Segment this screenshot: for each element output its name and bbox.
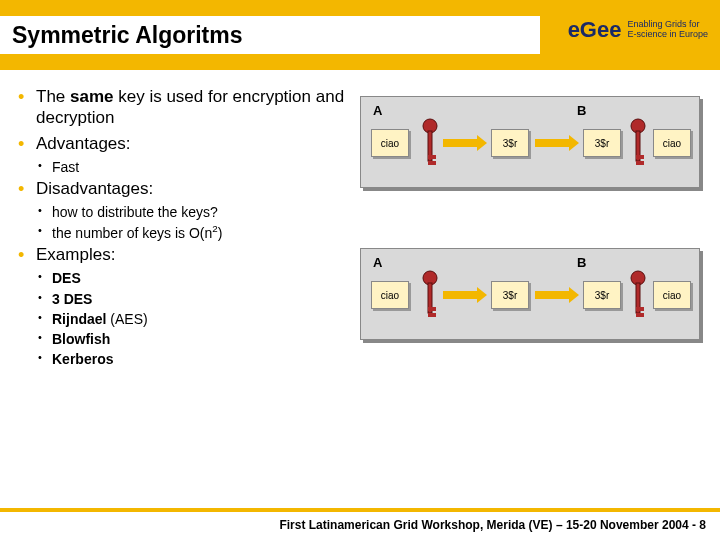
bullet-rijndael: Rijndael (AES) — [18, 310, 348, 328]
text-bold: 3 DES — [52, 291, 92, 307]
bullet-num-keys: the number of keys is O(n2) — [18, 223, 348, 242]
arrow-icon — [535, 291, 571, 299]
svg-rect-7 — [636, 161, 644, 165]
key-icon — [421, 117, 439, 169]
bullet-disadvantages: Disadvantages: — [18, 178, 348, 199]
label-a: A — [373, 103, 382, 118]
title-strip: Symmetric Algoritms — [0, 16, 540, 54]
arrow-icon — [535, 139, 571, 147]
box-cipher-b: 3$r — [583, 129, 621, 157]
diagram-decrypt: A B ciao 3$r 3$r ciao — [360, 248, 700, 340]
logo-tagline: Enabling Grids for E-science in Europe — [627, 20, 708, 40]
arrow-icon — [443, 291, 479, 299]
bullet-examples: Examples: — [18, 244, 348, 265]
bullet-advantages: Advantages: — [18, 133, 348, 154]
text-bold: Kerberos — [52, 351, 113, 367]
arrow-icon — [443, 139, 479, 147]
label-b: B — [577, 255, 586, 270]
bullet-fast: Fast — [18, 158, 348, 176]
bullet-same-key: The same key is used for encryption and … — [18, 86, 348, 129]
content-column: The same key is used for encryption and … — [18, 86, 348, 370]
text-bold: same — [70, 87, 113, 106]
text-bold: Rijndael — [52, 311, 106, 327]
logo-mark: eGee — [573, 6, 621, 54]
text: ) — [218, 225, 223, 241]
svg-rect-6 — [636, 155, 644, 159]
bullet-blowfish: Blowfish — [18, 330, 348, 348]
svg-rect-10 — [428, 307, 436, 311]
bullet-kerberos: Kerberos — [18, 350, 348, 368]
text: The — [36, 87, 70, 106]
label-a: A — [373, 255, 382, 270]
box-cipher-mid: 3$r — [491, 281, 529, 309]
box-cipher-b: 3$r — [583, 281, 621, 309]
svg-rect-15 — [636, 313, 644, 317]
diagram-encrypt: A B ciao 3$r 3$r ciao — [360, 96, 700, 188]
text-bold: Blowfish — [52, 331, 110, 347]
box-plain-a: ciao — [371, 129, 409, 157]
text: (AES) — [106, 311, 147, 327]
bullet-des: DES — [18, 269, 348, 287]
svg-rect-11 — [428, 313, 436, 317]
logo-brand: eGee — [568, 21, 622, 39]
footer-rule — [0, 508, 720, 512]
box-plain-b: ciao — [653, 281, 691, 309]
key-icon — [421, 269, 439, 321]
bullet-3des: 3 DES — [18, 290, 348, 308]
key-icon — [629, 117, 647, 169]
svg-rect-14 — [636, 307, 644, 311]
key-icon — [629, 269, 647, 321]
footer-text: First Latinamerican Grid Workshop, Merid… — [279, 518, 706, 532]
bullet-list: The same key is used for encryption and … — [18, 86, 348, 368]
text-bold: DES — [52, 270, 81, 286]
slide-title: Symmetric Algoritms — [12, 22, 243, 49]
diagram-area: A B ciao 3$r 3$r ciao A B ciao 3$r 3$r c… — [360, 96, 710, 400]
label-b: B — [577, 103, 586, 118]
svg-rect-3 — [428, 161, 436, 165]
svg-rect-2 — [428, 155, 436, 159]
box-plain-b: ciao — [653, 129, 691, 157]
box-plain-a: ciao — [371, 281, 409, 309]
logo-tag-line2: E-science in Europe — [627, 30, 708, 40]
logo: eGee Enabling Grids for E-science in Eur… — [573, 6, 708, 54]
box-cipher-mid: 3$r — [491, 129, 529, 157]
bullet-distribute: how to distribute the keys? — [18, 203, 348, 221]
text: the number of keys is O(n — [52, 225, 212, 241]
